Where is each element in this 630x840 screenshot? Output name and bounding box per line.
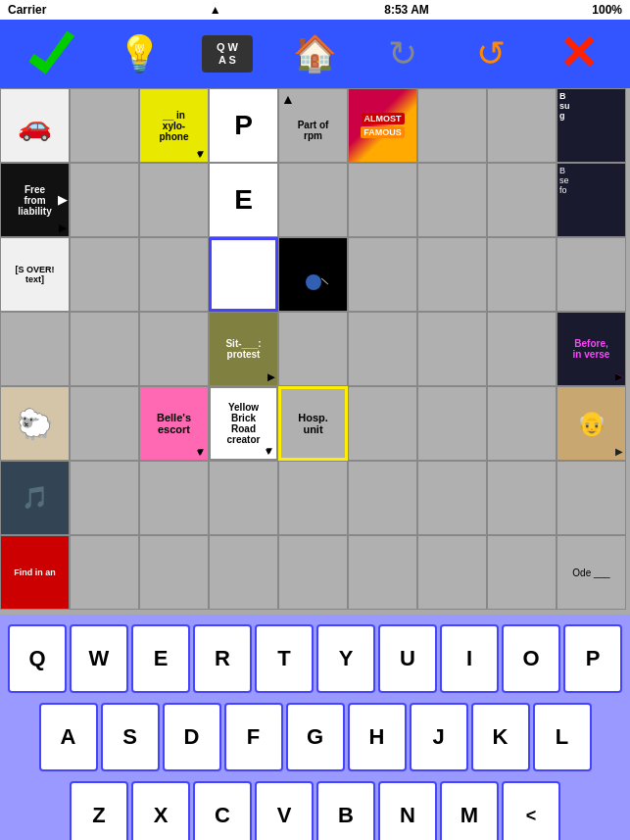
cell-r7c6[interactable]: [348, 535, 417, 610]
key-w[interactable]: W: [70, 624, 128, 693]
cell-r4c2[interactable]: [70, 312, 139, 386]
cell-sit-protest[interactable]: Sit-___: protest ▶: [209, 312, 278, 386]
key-j[interactable]: J: [410, 703, 468, 771]
key-u[interactable]: U: [378, 624, 437, 693]
key-c[interactable]: C: [193, 781, 252, 840]
cell-r6c2[interactable]: [70, 461, 139, 535]
cell-r3c2[interactable]: [70, 237, 139, 312]
status-bar: Carrier ▲ 8:53 AM 100%: [0, 0, 630, 20]
key-s[interactable]: S: [101, 703, 160, 771]
cell-r6c3[interactable]: [139, 461, 209, 535]
cell-poe[interactable]: 👴 ▶: [557, 386, 626, 461]
key-e[interactable]: E: [131, 624, 190, 693]
cell-r6c4[interactable]: [209, 461, 278, 535]
cell-r2c5[interactable]: [278, 163, 348, 237]
key-o[interactable]: O: [502, 624, 560, 693]
key-t[interactable]: T: [255, 624, 314, 693]
cell-r7c7[interactable]: [417, 535, 487, 610]
cell-r2c2[interactable]: [70, 163, 139, 237]
redo-button[interactable]: ↻: [373, 25, 432, 83]
key-n[interactable]: N: [378, 781, 437, 840]
keyboard-row-2: A S D F G H J K L: [39, 703, 592, 771]
cell-r3c6[interactable]: [348, 237, 417, 312]
key-backspace[interactable]: <: [502, 781, 560, 840]
hint-button[interactable]: 💡: [110, 25, 169, 83]
cell-r2c3[interactable]: [139, 163, 209, 237]
cell-yellow-brick-road[interactable]: Yellow Brick Road creator ▼: [209, 386, 278, 461]
key-r[interactable]: R: [193, 624, 252, 693]
cell-r7c5[interactable]: [278, 535, 348, 610]
cell-p-letter[interactable]: P: [209, 88, 278, 163]
cell-xylophone-clue[interactable]: __ in xylo- phone ▼: [139, 88, 209, 163]
cell-r1c7[interactable]: [417, 88, 487, 163]
close-button[interactable]: ✕: [549, 25, 607, 83]
cell-r7c2[interactable]: [70, 535, 139, 610]
key-q[interactable]: Q: [8, 624, 67, 693]
key-x[interactable]: X: [131, 781, 190, 840]
key-v[interactable]: V: [255, 781, 314, 840]
cell-r1c2[interactable]: [70, 88, 139, 163]
key-m[interactable]: M: [440, 781, 499, 840]
cell-ode[interactable]: Ode ___: [557, 535, 626, 610]
cell-r3c8[interactable]: [487, 237, 557, 312]
key-y[interactable]: Y: [316, 624, 375, 693]
cell-e-letter[interactable]: E: [209, 163, 278, 237]
cell-r2c9[interactable]: Bsefo: [557, 163, 626, 237]
cell-r3c7[interactable]: [417, 237, 487, 312]
r2c9-text: Bsefo: [559, 166, 569, 195]
cell-r6c6[interactable]: [348, 461, 417, 535]
cell-r1c9-partial[interactable]: Bsug: [557, 88, 626, 163]
cell-part-of-rpm[interactable]: ▲ Part ofrpm: [278, 88, 348, 163]
cell-r7c3[interactable]: [139, 535, 209, 610]
home-button[interactable]: 🏠: [285, 25, 344, 83]
cell-free-from-liability[interactable]: Free from liability ▶: [0, 163, 70, 237]
cell-find-in-an[interactable]: Find in an: [0, 535, 70, 610]
cell-belles-escort[interactable]: Belle's escort ▼: [139, 386, 209, 461]
cell-r7c8[interactable]: [487, 535, 557, 610]
cell-r2c7[interactable]: [417, 163, 487, 237]
check-button[interactable]: [23, 25, 81, 83]
cell-r3c9[interactable]: [557, 237, 626, 312]
key-l[interactable]: L: [533, 703, 592, 771]
key-i[interactable]: I: [440, 624, 499, 693]
cell-r6c9[interactable]: [557, 461, 626, 535]
cell-r6c5[interactable]: [278, 461, 348, 535]
cell-moon[interactable]: [278, 237, 348, 312]
cell-animal[interactable]: 🐑: [0, 386, 70, 461]
keyboard-toggle-button[interactable]: Q WA S: [198, 25, 257, 83]
cell-r4c6[interactable]: [348, 312, 417, 386]
cell-hosp-unit[interactable]: Hosp. unit: [278, 386, 348, 461]
cell-r2c8[interactable]: [487, 163, 557, 237]
cell-r6c7[interactable]: [417, 461, 487, 535]
key-z[interactable]: Z: [70, 781, 128, 840]
cell-r5c6[interactable]: [348, 386, 417, 461]
key-a[interactable]: A: [39, 703, 98, 771]
cell-r6c8[interactable]: [487, 461, 557, 535]
cell-r3c3[interactable]: [139, 237, 209, 312]
cell-r4c5[interactable]: [278, 312, 348, 386]
cell-r4c3[interactable]: [139, 312, 209, 386]
cell-r7c4[interactable]: [209, 535, 278, 610]
cell-active-input[interactable]: [209, 237, 278, 312]
key-f[interactable]: F: [224, 703, 283, 771]
key-k[interactable]: K: [471, 703, 530, 771]
cell-r5c2[interactable]: [70, 386, 139, 461]
cell-r4c1[interactable]: [0, 312, 70, 386]
cell-r5c7[interactable]: [417, 386, 487, 461]
cell-before-in-verse[interactable]: Before, in verse ▶: [557, 312, 626, 386]
cell-r4c7[interactable]: [417, 312, 487, 386]
cell-r2c6[interactable]: [348, 163, 417, 237]
undo-button[interactable]: ↺: [461, 25, 520, 83]
cell-r5c8[interactable]: [487, 386, 557, 461]
cell-famous[interactable]: ALMOST FAMOUS: [348, 88, 417, 163]
key-b[interactable]: B: [316, 781, 375, 840]
cell-abbey-road[interactable]: 🎵: [0, 461, 70, 535]
cell-r1c1[interactable]: 🚗: [0, 88, 70, 163]
cell-r4c8[interactable]: [487, 312, 557, 386]
cell-r1c8[interactable]: [487, 88, 557, 163]
key-h[interactable]: H: [348, 703, 407, 771]
cell-is-over[interactable]: [S OVER!text]: [0, 237, 70, 312]
key-p[interactable]: P: [563, 624, 622, 693]
key-g[interactable]: G: [286, 703, 345, 771]
key-d[interactable]: D: [163, 703, 221, 771]
